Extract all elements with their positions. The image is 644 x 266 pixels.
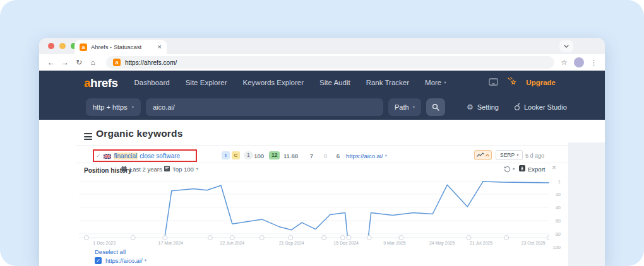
page-title: Organic keywords <box>96 128 183 139</box>
position-chart-toggle-button[interactable] <box>474 150 492 160</box>
intent-badge-commercial[interactable]: C <box>232 151 240 159</box>
browser-tab-strip: a Ahrefs - Statuscast × <box>39 38 605 54</box>
position-chart-plot <box>79 177 549 245</box>
window-close-button[interactable] <box>48 43 54 49</box>
serp-dropdown-button[interactable]: SERP▾ <box>496 150 523 160</box>
address-bar[interactable]: a https://ahrefs.com/ <box>106 56 554 69</box>
tab-favicon: a <box>80 43 87 51</box>
site-favicon: a <box>113 59 121 66</box>
page-gutter <box>568 142 605 266</box>
chart-legend-row: ✓ https://aico.ai/▾ <box>95 257 146 264</box>
position-cell: 6 <box>331 153 340 159</box>
legend-url-link[interactable]: https://aico.ai/▾ <box>105 257 146 264</box>
browser-window: a Ahrefs - Statuscast × ← → ↻ ⌂ a https:… <box>39 38 605 266</box>
tab-close-icon[interactable]: × <box>158 43 162 50</box>
volume-cell: 100 <box>249 153 264 159</box>
top-positions-dropdown[interactable]: Top 100▾ <box>164 166 198 173</box>
keyword-link[interactable]: financialclose software <box>114 153 181 159</box>
check-icon[interactable]: ✓ <box>96 153 101 159</box>
nav-keywords-explorer[interactable]: Keywords Explorer <box>243 79 304 86</box>
back-icon[interactable]: ← <box>47 59 56 66</box>
uk-flag-icon <box>104 150 111 161</box>
browser-tab[interactable]: a Ahrefs - Statuscast × <box>75 40 167 54</box>
window-minimize-button[interactable] <box>59 43 66 49</box>
table-divider <box>76 145 568 146</box>
ranking-url-link[interactable]: https://aico.ai/▾ <box>346 153 387 159</box>
tab-title: Ahrefs - Statuscast <box>91 43 154 50</box>
legend-checkbox[interactable]: ✓ <box>95 257 102 264</box>
target-input[interactable]: aico.ai/ <box>146 98 383 116</box>
ahrefs-logo[interactable]: ahrefs <box>84 77 117 89</box>
upgrade-button[interactable]: Upgrade <box>526 79 556 86</box>
page-background: a Ahrefs - Statuscast × ← → ↻ ⌂ a https:… <box>0 0 644 266</box>
export-button[interactable]: Export <box>519 165 545 173</box>
ahrefs-header: ahrefs Dashboard Site Explorer Keywords … <box>39 71 605 120</box>
nav-more[interactable]: More▾ <box>425 79 446 86</box>
search-button[interactable] <box>426 98 445 116</box>
nav-site-audit[interactable]: Site Audit <box>319 79 350 86</box>
calendar-icon <box>121 166 127 173</box>
mode-dropdown[interactable]: Path▾ <box>388 98 421 116</box>
export-icon <box>519 165 525 173</box>
looker-studio-icon <box>514 103 520 112</box>
keyword-annotation-box: ✓ financialclose software <box>93 149 197 162</box>
nav-site-explorer[interactable]: Site Explorer <box>186 79 227 86</box>
forward-icon[interactable]: → <box>61 59 69 66</box>
display-icon[interactable] <box>489 77 498 88</box>
reload-icon[interactable]: ↻ <box>75 59 83 66</box>
target-search-bar: http + https▾ aico.ai/ Path▾ ⚙Setting Lo… <box>39 95 605 120</box>
paid-cell: 0 <box>318 153 327 159</box>
protocol-dropdown[interactable]: http + https▾ <box>86 98 141 116</box>
window-controls <box>48 43 77 49</box>
intent-badge-informational[interactable]: I <box>222 151 230 159</box>
bookmark-star-icon[interactable]: ☆ <box>561 58 568 67</box>
nav-rank-tracker[interactable]: Rank Tracker <box>366 79 409 86</box>
looker-studio-button[interactable]: Looker Studio <box>514 103 567 112</box>
kd-badge: 12 <box>269 151 280 159</box>
last-updated-text: 5 d ago <box>525 153 544 159</box>
tab-search-chevron-icon[interactable] <box>559 40 573 52</box>
close-icon[interactable]: × <box>552 164 556 171</box>
main-nav: ahrefs Dashboard Site Explorer Keywords … <box>39 71 605 95</box>
date-range-dropdown[interactable]: Last 2 years▾ <box>121 166 167 173</box>
home-icon[interactable]: ⌂ <box>88 59 97 66</box>
deselect-all-link[interactable]: Deselect all <box>95 248 126 255</box>
list-filter-icon <box>164 166 170 173</box>
cpc-cell: 11.88 <box>280 153 298 159</box>
setting-button[interactable]: ⚙Setting <box>467 103 499 111</box>
traffic-cell: 7 <box>304 153 313 159</box>
table-divider <box>76 163 568 163</box>
browser-menu-icon[interactable]: ⋮ <box>590 59 597 67</box>
nav-dashboard[interactable]: Dashboard <box>134 79 169 86</box>
gear-icon: ⚙ <box>467 103 474 111</box>
header-actions: Upgrade <box>489 71 556 95</box>
menu-icon[interactable] <box>84 133 92 142</box>
shooting-star-icon[interactable] <box>507 77 517 88</box>
url-text: https://ahrefs.com/ <box>125 59 177 66</box>
position-history-chart: 1 Dec 202317 Mar 202422 Jun 202421 Sep 2… <box>79 177 549 250</box>
profile-avatar[interactable] <box>574 57 584 67</box>
history-compare-button[interactable]: ▾ <box>504 166 515 173</box>
browser-toolbar: ← → ↻ ⌂ a https://ahrefs.com/ ☆ ⋮ <box>39 54 605 71</box>
page-content: Organic keywords ✓ financialclose softwa… <box>39 120 605 266</box>
